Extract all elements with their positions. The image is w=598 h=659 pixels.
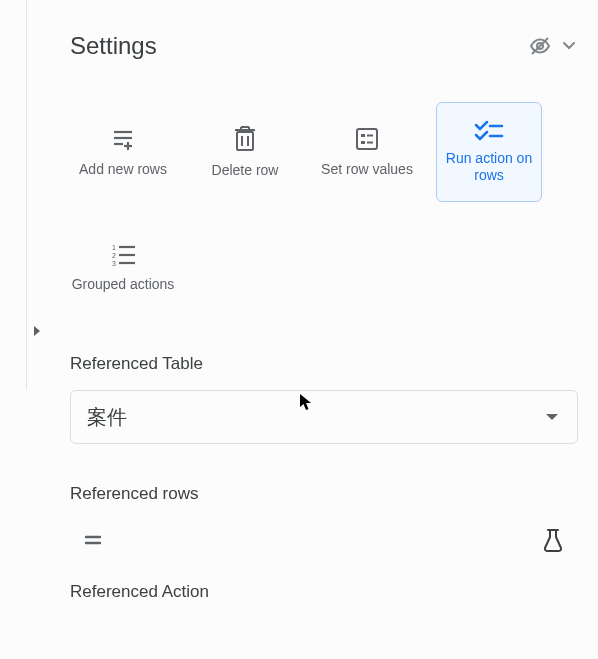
trash-icon [232,124,258,154]
visibility-off-icon [528,34,552,58]
form-icon [353,125,381,153]
action-type-tiles: Add new rows Delete row [70,102,578,318]
tile-label: Set row values [321,161,413,179]
equals-icon [84,533,102,547]
tile-label: Run action on rows [437,150,541,185]
collapse-section-button[interactable] [560,37,578,55]
expression-equals-button[interactable] [84,533,102,547]
tile-add-new-rows[interactable]: Add new rows [70,102,176,202]
label-referenced-action: Referenced Action [70,582,578,602]
settings-panel: Settings [50,0,598,659]
svg-rect-7 [237,132,253,150]
dropdown-caret-icon [545,408,559,426]
tile-delete-row[interactable]: Delete row [192,102,298,202]
header-actions [528,34,578,58]
svg-text:1: 1 [112,244,116,251]
add-rows-icon [109,125,137,153]
label-referenced-rows: Referenced rows [70,484,578,504]
expand-panel-caret[interactable] [33,323,43,341]
panel-left-border [26,0,27,390]
checklist-icon [474,120,504,142]
tile-label: Delete row [212,162,279,180]
flask-icon [542,528,564,552]
svg-text:3: 3 [112,260,116,267]
tile-grouped-actions[interactable]: 1 2 3 Grouped actions [70,218,176,318]
visibility-off-button[interactable] [528,34,552,58]
referenced-table-select[interactable]: 案件 [70,390,578,444]
referenced-rows-expression-row [70,520,578,582]
settings-header: Settings [70,32,578,60]
numbered-list-icon: 1 2 3 [109,242,137,268]
svg-text:2: 2 [112,252,116,259]
test-expression-button[interactable] [542,528,564,552]
tile-label: Grouped actions [72,276,175,294]
tile-label: Add new rows [79,161,167,179]
page-title: Settings [70,32,157,60]
tile-set-row-values[interactable]: Set row values [314,102,420,202]
svg-rect-15 [361,134,365,137]
svg-rect-14 [357,129,377,149]
chevron-down-icon [560,37,578,55]
select-value: 案件 [87,404,127,431]
label-referenced-table: Referenced Table [70,354,578,374]
caret-right-icon [33,325,43,337]
tile-run-action-on-rows[interactable]: Run action on rows [436,102,542,202]
svg-rect-17 [361,141,365,144]
